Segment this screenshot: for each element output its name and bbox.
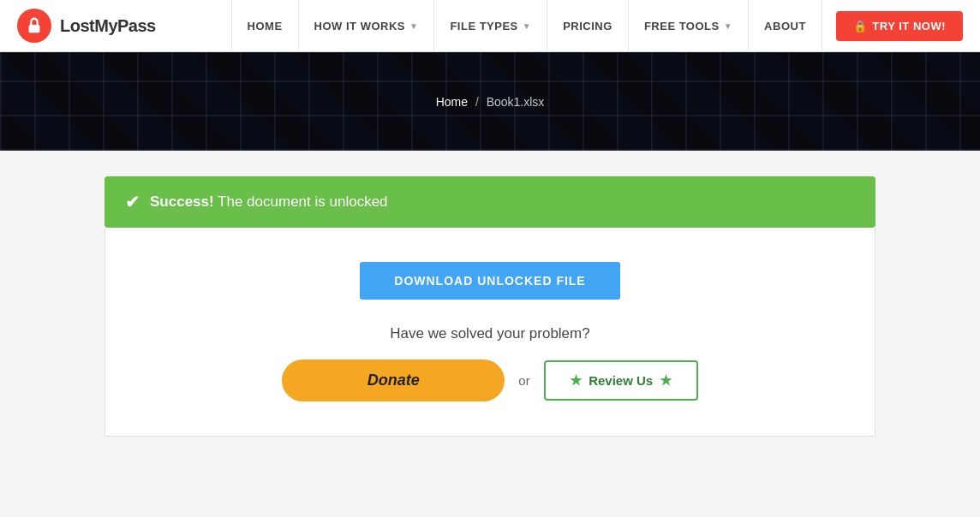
download-button[interactable]: DOWNLOAD UNLOCKED FILE (360, 262, 619, 300)
svg-rect-0 (29, 25, 40, 33)
content-card: DOWNLOAD UNLOCKED FILE Have we solved yo… (105, 228, 875, 437)
check-icon: ✔ (125, 192, 140, 212)
chevron-down-icon: ▼ (409, 21, 418, 31)
breadcrumb-home[interactable]: Home (436, 95, 468, 109)
chevron-down-icon: ▼ (724, 21, 732, 31)
nav-item-free-tools[interactable]: FREE TOOLS ▼ (629, 0, 749, 52)
hero-banner: Home / Book1.xlsx (0, 52, 980, 151)
breadcrumb: Home / Book1.xlsx (436, 95, 545, 109)
brand-icon (17, 9, 51, 43)
navbar: LostMyPass HOME HOW IT WORKS ▼ FILE TYPE… (0, 0, 980, 52)
chevron-down-icon: ▼ (523, 21, 531, 31)
nav-item-pricing[interactable]: PRICING (547, 0, 629, 52)
main-content: ✔ Success! The document is unlocked DOWN… (87, 176, 893, 437)
nav-item-about[interactable]: ABOUT (749, 0, 822, 52)
success-banner: ✔ Success! The document is unlocked (105, 176, 875, 228)
nav-item-how-it-works[interactable]: HOW IT WORKS ▼ (299, 0, 435, 52)
review-button[interactable]: ★ Review Us ★ (544, 360, 698, 401)
lock-icon: 🔒 (853, 20, 868, 33)
breadcrumb-file: Book1.xlsx (487, 95, 545, 109)
try-it-now-button[interactable]: 🔒 TRY IT NOW! (836, 11, 963, 41)
donate-section: Have we solved your problem? Donate or ★… (122, 325, 858, 401)
nav-links: HOME HOW IT WORKS ▼ FILE TYPES ▼ PRICING… (231, 0, 963, 52)
lock-brand-icon (25, 16, 44, 35)
success-message: Success! The document is unlocked (150, 193, 388, 211)
nav-item-file-types[interactable]: FILE TYPES ▼ (434, 0, 547, 52)
or-text: or (518, 373, 529, 388)
brand-name: LostMyPass (60, 16, 156, 36)
breadcrumb-separator: / (475, 95, 479, 109)
donate-row: Donate or ★ Review Us ★ (282, 360, 697, 401)
donate-button[interactable]: Donate (282, 360, 505, 401)
donate-question: Have we solved your problem? (390, 325, 589, 342)
brand-logo[interactable]: LostMyPass (17, 9, 156, 43)
nav-item-home[interactable]: HOME (231, 0, 299, 52)
star-left-icon: ★ (570, 372, 582, 389)
star-right-icon: ★ (660, 372, 672, 389)
